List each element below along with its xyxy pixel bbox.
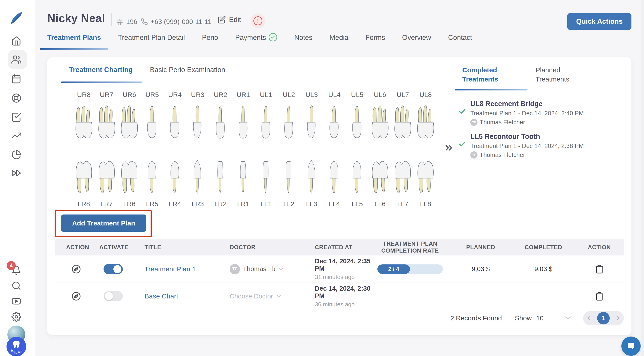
tooth-ur1[interactable] [236,102,250,142]
tooth-lr4[interactable] [168,158,182,198]
tooth-ll8[interactable] [416,158,436,198]
column-header-action-8: ACTION [588,244,611,251]
tab-basic-perio-examination[interactable]: Basic Perio Examination [150,66,225,74]
tab-planned-treatments[interactable]: Planned Treatments [536,65,589,84]
edit-patient-button[interactable]: Edit [218,16,241,24]
tooth-lr6[interactable] [120,158,139,198]
tooth-lr7[interactable] [97,158,116,198]
tooth-ur4[interactable] [168,102,182,142]
search-icon[interactable] [12,281,21,291]
pie-chart-icon[interactable] [12,150,21,160]
tab-media[interactable]: Media [330,33,348,51]
tooth-label-lower: LL3 [306,200,317,208]
compass-icon[interactable] [71,291,81,301]
tooth-label-upper: UR3 [191,91,204,98]
expand-panel-icon[interactable] [444,142,454,153]
tooth-ll4[interactable] [328,158,341,198]
compass-icon[interactable] [71,264,81,274]
chevron-left-icon[interactable] [586,315,592,321]
tooth-ll3[interactable] [306,158,318,198]
tab-payments[interactable]: Payments [235,33,278,51]
doctor-select[interactable]: TFThomas Fletcher [210,264,295,274]
tooth-ll1[interactable] [260,158,271,198]
add-treatment-plan-button[interactable]: Add Treatment Plan [61,215,146,232]
tooth-ul2[interactable] [282,102,296,142]
tooth-label-lower: LR1 [237,200,250,208]
tab-treatment-charting[interactable]: Treatment Charting [69,66,133,74]
tooth-ll7[interactable] [393,158,412,198]
delete-icon[interactable] [595,292,604,301]
chat-widget-button[interactable] [621,337,641,356]
chevron-right-icon[interactable] [615,315,621,321]
created-date: Dec 14, 2024, 2:30 PM [295,285,371,300]
tooth-ur3[interactable] [191,102,204,142]
tooth-ll6[interactable] [370,158,390,198]
doctor-select[interactable]: Choose Doctor [210,293,295,300]
trending-up-icon[interactable] [12,130,21,140]
tab-treatment-plans[interactable]: Treatment Plans [47,33,101,51]
completed-treatment-item[interactable]: UL8 Recement BridgeTreatment Plan 1 - De… [458,100,624,126]
tooth-column-ur3: UR3LR3 [186,91,209,208]
tab-forms[interactable]: Forms [366,33,385,51]
tooth-column-ul8: UL8LL8 [414,91,437,208]
tooth-ul5[interactable] [350,102,364,142]
support-lifebuoy-icon[interactable] [12,93,21,103]
page-number-button[interactable]: 1 [597,312,610,325]
column-header-title-2: TITLE [129,244,210,251]
tooth-lr1[interactable] [238,158,249,198]
tooth-ll2[interactable] [284,158,294,198]
tooth-lr5[interactable] [146,158,159,198]
chat-bubble-icon [626,342,636,351]
quick-actions-button[interactable]: Quick Actions [567,13,632,30]
patients-icon[interactable] [12,55,21,64]
tooth-label-upper: UL8 [420,91,432,98]
activate-toggle[interactable] [104,291,123,301]
tooth-lr3[interactable] [191,158,204,198]
brand-badge-simple-dent[interactable]: SIMPLE DENT [6,337,26,356]
tooth-column-ul3: UL3LL3 [300,91,323,208]
settings-gear-icon[interactable] [12,312,21,322]
tooth-ul1[interactable] [259,102,273,142]
tooth-ll5[interactable] [350,158,364,198]
treatment-plan-link[interactable]: Base Chart [129,292,210,300]
tooth-ul4[interactable] [328,102,341,142]
tooth-ur7[interactable] [97,102,116,142]
table-row: Base ChartChoose DoctorDec 14, 2024, 2:3… [55,283,624,310]
tooth-ul7[interactable] [393,102,412,142]
chevron-down-icon[interactable] [564,315,572,322]
tooth-ur2[interactable] [214,102,228,142]
treatment-plan-link[interactable]: Treatment Plan 1 [129,265,210,273]
page-size-select[interactable]: 10 [536,314,544,322]
tooth-ur6[interactable] [120,102,139,142]
created-at-cell: Dec 14, 2024, 2:35 PM31 minutes ago [295,258,371,281]
tooth-ul6[interactable] [370,102,390,142]
activate-toggle[interactable] [104,264,123,274]
tasks-check-square-icon[interactable] [12,112,21,122]
app-logo-feather-icon[interactable] [9,11,24,26]
fast-forward-icon[interactable] [12,168,21,178]
tooth-ur5[interactable] [145,102,159,142]
completed-treatments-list: UL8 Recement BridgeTreatment Plan 1 - De… [458,100,624,165]
calendar-icon[interactable] [12,74,21,84]
delete-icon[interactable] [595,264,604,274]
tooth-ur8[interactable] [74,102,94,142]
scrollbar[interactable] [641,0,644,356]
tab-notes[interactable]: Notes [294,33,312,51]
tooth-column-ul4: UL4LL4 [323,91,346,208]
tooth-ul8[interactable] [416,102,436,142]
tooth-ul3[interactable] [305,102,318,142]
tab-perio[interactable]: Perio [202,33,218,51]
tab-completed-treatments[interactable]: Completed Treatments [462,65,516,84]
tab-contact[interactable]: Contact [448,33,472,51]
tooth-label-lower: LL5 [352,200,363,208]
completed-treatment-item[interactable]: LL5 Recontour ToothTreatment Plan 1 - De… [458,133,624,159]
tooth-lr8[interactable] [74,158,94,198]
tab-overview[interactable]: Overview [402,33,431,51]
video-tutorials-icon[interactable] [12,296,21,306]
patient-alert-icon[interactable]: ! [250,13,265,28]
home-icon[interactable] [12,36,21,46]
tooth-label-upper: UL3 [306,91,318,98]
created-relative: 31 minutes ago [295,274,371,281]
tooth-lr2[interactable] [215,158,226,198]
tab-treatment-plan-detail[interactable]: Treatment Plan Detail [118,33,185,51]
